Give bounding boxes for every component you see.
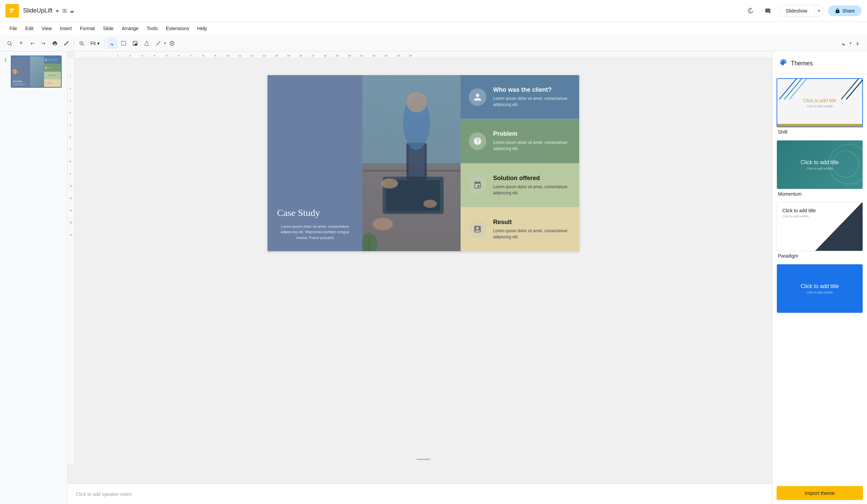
comment-button[interactable] (761, 4, 774, 18)
main-layout: 1 Case Study Lorem ipsum dolor sit amet … (0, 52, 867, 504)
folder-icon[interactable]: ⊞ (62, 8, 67, 14)
share-button[interactable]: Share (828, 6, 861, 16)
search-toolbar-button[interactable] (4, 38, 15, 49)
redo-button[interactable]: ↪ (38, 38, 49, 49)
section-content-2: Problem Lorem ipsum dolor sit amet, cons… (493, 130, 571, 152)
cloud-icon[interactable]: ☁ (69, 8, 74, 13)
undo-button[interactable]: ↩ (27, 38, 38, 49)
theme-preview-shift: Click to add title Click to add subtitle (777, 78, 863, 127)
add-element-button[interactable] (167, 38, 178, 49)
select-tool-button[interactable] (107, 38, 118, 49)
toolbar: + ↩ ↪ Fit ▾ ▾ ▾ (0, 35, 867, 52)
momentum-preview-title: Click to add title (801, 160, 839, 165)
star-icon[interactable]: ★ (55, 8, 60, 13)
speaker-notes[interactable]: Click to add speaker notes (68, 484, 772, 504)
problem-icon (469, 132, 486, 150)
section-content-1: Who was the client? Lorem ipsum dolor si… (493, 86, 571, 108)
slide-right-panel: Who was the client? Lorem ipsum dolor si… (461, 75, 579, 251)
zoom-out-button[interactable] (76, 38, 87, 49)
menu-tools[interactable]: Tools (142, 24, 162, 33)
title-area: SlideUpLift ★ ⊞ ☁ (23, 7, 74, 14)
line-dropdown[interactable]: ▾ (164, 41, 166, 45)
theme-card-paradigm[interactable]: Click to add title Click to add subtitle… (777, 202, 863, 259)
menu-arrange[interactable]: Arrange (118, 24, 142, 33)
slide-thumb-inner: Case Study Lorem ipsum dolor sit amet co… (11, 56, 61, 87)
collapse-button[interactable] (852, 38, 863, 49)
menu-slide[interactable]: Slide (99, 24, 118, 33)
section-text-1: Lorem ipsum dolor sit amet, consectetuer… (493, 96, 571, 108)
slide-frame[interactable]: Case Study Lorem ipsum dolor sit amet, c… (268, 75, 579, 251)
speaker-notes-placeholder: Click to add speaker notes (76, 492, 132, 497)
blue-preview-subtitle: Click to add subtitle (801, 291, 839, 294)
shift-bar (777, 124, 862, 127)
line-button[interactable] (153, 38, 163, 49)
pointer-chevron[interactable]: ▾ (850, 41, 852, 45)
svg-line-8 (83, 44, 84, 46)
import-theme-button[interactable]: Import theme (777, 486, 863, 500)
slide-list: 1 Case Study Lorem ipsum dolor sit amet … (3, 55, 65, 88)
slideshow-button[interactable]: Slideshow (779, 6, 814, 16)
slide-left-panel: Case Study Lorem ipsum dolor sit amet, c… (268, 75, 362, 251)
menu-view[interactable]: View (38, 24, 56, 33)
section-content-3: Solution offered Lorem ipsum dolor sit a… (493, 175, 571, 196)
paint-format-icon: 🎨 (12, 69, 18, 75)
history-button[interactable] (743, 4, 757, 18)
svg-rect-9 (121, 41, 126, 45)
result-icon (469, 220, 486, 238)
zoom-chevron: ▾ (97, 41, 99, 46)
svg-line-5 (11, 44, 12, 46)
menu-format[interactable]: Format (76, 24, 99, 33)
shift-line-r2 (841, 78, 859, 99)
svg-rect-31 (362, 75, 461, 251)
theme-label-paradigm: Paradigm (777, 253, 863, 259)
ruler-vertical: 1 2 3 4 5 6 7 8 9 10 11 12 13 14 (68, 58, 75, 463)
themes-palette-icon (779, 58, 788, 68)
pointer-options-button[interactable] (838, 38, 849, 49)
momentum-preview-subtitle: Click to add subtitle (801, 167, 839, 170)
section-heading-1: Who was the client? (493, 86, 571, 94)
section-text-2: Lorem ipsum dolor sit amet, consectetuer… (493, 140, 571, 152)
menu-insert[interactable]: Insert (56, 24, 76, 33)
ruler-horizontal: 1 2 3 4 5 6 7 8 9 10 11 12 13 14 15 16 1 (75, 52, 772, 58)
theme-card-momentum[interactable]: Click to add title Click to add subtitle… (777, 140, 863, 197)
slide-body: Lorem ipsum dolor sit amet, consectetuer… (277, 224, 353, 241)
theme-preview-momentum: Click to add title Click to add subtitle (777, 140, 863, 189)
section-row-4: Result Lorem ipsum dolor sit amet, conse… (461, 208, 579, 251)
print-button[interactable] (50, 38, 60, 49)
toolbar-right: ▾ (838, 38, 863, 49)
shift-line-r1 (846, 78, 863, 99)
add-button[interactable]: + (15, 38, 26, 49)
slideshow-dropdown-button[interactable]: ▾ (814, 6, 824, 16)
toolbar-divider-2 (104, 39, 105, 47)
themes-panel: Themes Click to add title Click to add s… (772, 52, 867, 504)
shift-line-1 (779, 78, 797, 99)
menu-edit[interactable]: Edit (21, 24, 38, 33)
menu-bar: File Edit View Insert Format Slide Arran… (0, 22, 867, 35)
menu-extensions[interactable]: Extensions (162, 24, 193, 33)
theme-card-blue[interactable]: Click to add title Click to add subtitle (777, 264, 863, 313)
section-text-4: Lorem ipsum dolor sit amet, consectetuer… (493, 228, 571, 240)
paradigm-preview-title: Click to add title (782, 208, 816, 213)
section-content-4: Result Lorem ipsum dolor sit amet, conse… (493, 219, 571, 240)
theme-preview-paradigm: Click to add title Click to add subtitle (777, 202, 863, 251)
menu-help[interactable]: Help (193, 24, 211, 33)
theme-label-momentum: Momentum (777, 191, 863, 197)
zoom-selector[interactable]: Fit ▾ (88, 39, 102, 47)
menu-file[interactable]: File (6, 24, 21, 33)
paradigm-triangle (815, 202, 863, 251)
paint-button[interactable] (61, 38, 72, 49)
shift-preview-title: Click to add title (803, 98, 836, 103)
slide-thumbnail-1[interactable]: Case Study Lorem ipsum dolor sit amet co… (11, 55, 62, 88)
select-plus-button[interactable] (118, 38, 129, 49)
toolbar-divider-1 (74, 39, 74, 47)
svg-line-12 (156, 41, 160, 45)
shape-button[interactable] (141, 38, 152, 49)
image-button[interactable] (130, 38, 141, 49)
theme-card-shift[interactable]: Click to add title Click to add subtitle… (777, 78, 863, 135)
share-label: Share (842, 8, 855, 13)
app-title: SlideUpLift (23, 7, 53, 14)
slide-title: Case Study (277, 208, 353, 218)
slideshow-btn-group: Slideshow ▾ (779, 5, 824, 17)
top-bar: SlideUpLift ★ ⊞ ☁ Slideshow ▾ Share (0, 0, 867, 22)
scroll-indicator (417, 459, 430, 460)
